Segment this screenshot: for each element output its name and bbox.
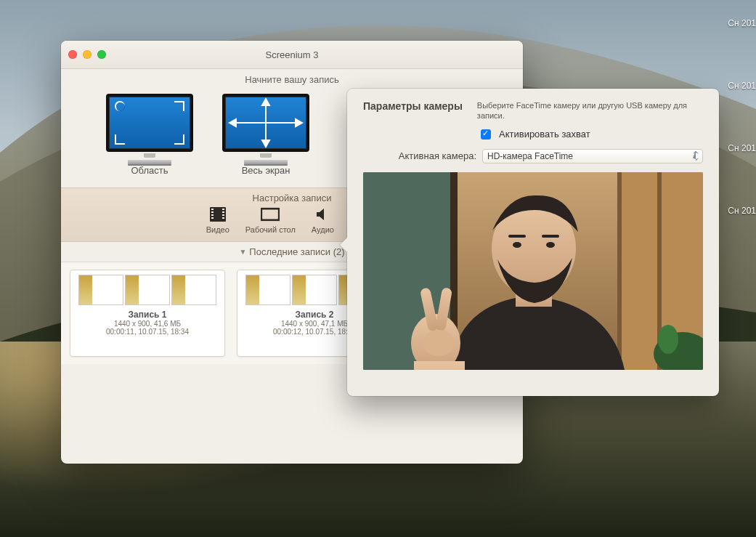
svg-rect-12 [211, 217, 214, 219]
active-camera-select-wrap: HD-камера FaceTime [482, 149, 703, 163]
tab-audio-label: Аудио [312, 225, 334, 234]
filmstrip-icon [208, 206, 227, 222]
svg-marker-1 [262, 99, 269, 105]
recording-meta: 00:00:11, 10.07.15, 18:34 [106, 328, 189, 336]
svg-marker-5 [229, 119, 236, 126]
chevron-down-icon: ▼ [239, 248, 246, 256]
traffic-lights [68, 50, 106, 59]
window-zoom-button[interactable] [97, 50, 106, 59]
thumbnail [78, 275, 123, 305]
tab-video[interactable]: Видео [206, 206, 229, 234]
window-title: Screenium 3 [61, 49, 523, 60]
popover-title: Параметры камеры [363, 100, 463, 112]
desktop-file-labels: Сн 201 Сн 201 Сн 201 Сн 201 [728, 18, 756, 268]
svg-marker-7 [296, 119, 302, 126]
activate-capture-checkbox[interactable] [481, 129, 491, 140]
recording-resolution: 1440 x 900, 47,1 МБ [281, 320, 348, 328]
svg-rect-14 [222, 211, 224, 213]
activate-capture-label: Активировать захват [499, 129, 590, 140]
svg-rect-11 [211, 214, 214, 216]
mode-region-label: Область [131, 165, 168, 176]
svg-point-30 [513, 242, 521, 248]
mode-fullscreen[interactable]: Весь экран [222, 94, 309, 176]
tab-desktop[interactable]: Рабочий стол [245, 206, 296, 234]
desktop-file-label: Сн 201 [728, 143, 756, 153]
svg-point-31 [546, 242, 555, 248]
recording-thumbnails [78, 275, 216, 305]
mode-fullscreen-label: Весь экран [242, 165, 290, 176]
desktop-file-label: Сн 201 [728, 81, 756, 91]
svg-rect-13 [222, 209, 224, 210]
recording-card[interactable]: Запись 1 1440 x 900, 41,6 МБ 00:00:11, 1… [70, 270, 225, 357]
svg-rect-9 [211, 209, 214, 210]
camera-popover: Параметры камеры Выберите FaceTime камер… [347, 89, 719, 396]
svg-rect-24 [617, 172, 622, 370]
svg-rect-10 [211, 211, 214, 213]
thumbnail [171, 275, 216, 305]
svg-rect-16 [222, 217, 224, 219]
svg-rect-15 [222, 214, 224, 216]
desktop-file-label: Сн 201 [728, 18, 756, 28]
tab-audio[interactable]: Аудио [312, 206, 334, 234]
svg-marker-3 [262, 140, 269, 147]
svg-rect-17 [261, 209, 279, 220]
camera-preview [363, 172, 703, 370]
monitor-icon [106, 94, 193, 159]
svg-point-37 [423, 330, 455, 356]
desktop-rect-icon [261, 206, 280, 222]
svg-rect-32 [508, 235, 526, 238]
active-camera-select[interactable]: HD-камера FaceTime [482, 149, 703, 163]
svg-rect-38 [414, 361, 465, 370]
active-camera-label: Активная камера: [363, 150, 476, 161]
window-minimize-button[interactable] [83, 50, 92, 59]
svg-rect-33 [542, 235, 559, 238]
window-titlebar[interactable]: Screenium 3 [61, 41, 523, 69]
thumbnail [125, 275, 170, 305]
monitor-icon [222, 94, 309, 159]
window-close-button[interactable] [68, 50, 77, 59]
recording-title: Запись 1 [129, 310, 167, 320]
popover-arrow [340, 238, 347, 252]
svg-point-27 [658, 325, 678, 354]
window-subtitle: Начните вашу запись [61, 69, 523, 89]
thumbnail [292, 275, 337, 305]
desktop-file-label: Сн 201 [728, 206, 756, 216]
recording-meta: 00:00:12, 10.07.15, 18:43 [273, 328, 356, 336]
thumbnail [245, 275, 290, 305]
recording-title: Запись 2 [296, 310, 334, 320]
recording-resolution: 1440 x 900, 41,6 МБ [114, 320, 181, 328]
tab-desktop-label: Рабочий стол [245, 225, 296, 234]
popover-description: Выберите FaceTime камеру или другую USB … [477, 100, 703, 121]
recent-header-label: Последние записи (2) [249, 246, 344, 257]
tab-video-label: Видео [206, 225, 229, 234]
speaker-icon [313, 206, 332, 222]
mode-region[interactable]: Область [106, 94, 193, 176]
